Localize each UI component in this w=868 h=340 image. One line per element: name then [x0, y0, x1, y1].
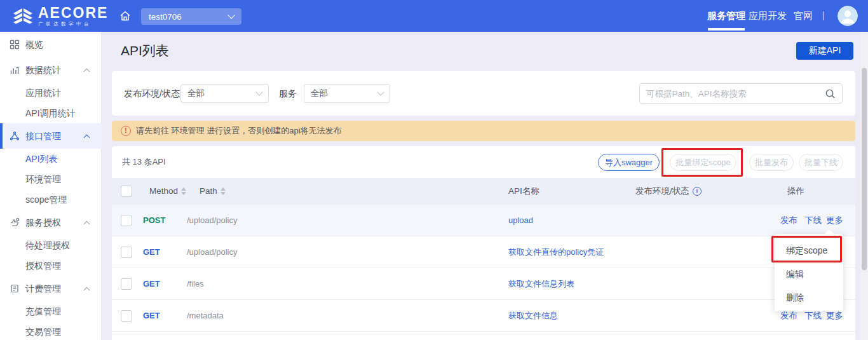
menu-item-edit[interactable]: 编辑: [775, 262, 843, 286]
filter-bar: 发布环境/状态 全部 服务 全部: [112, 71, 855, 116]
sort-icon[interactable]: [181, 187, 186, 195]
column-label: 发布环境/状态: [635, 178, 689, 205]
menu-item-delete[interactable]: 删除: [775, 286, 843, 309]
chevron-down-icon: [377, 88, 384, 95]
env-filter-select[interactable]: 全部: [180, 84, 269, 103]
column-actions: 操作: [787, 178, 804, 205]
row-checkbox[interactable]: [121, 278, 132, 290]
sidebar-item-label: API列表: [25, 149, 58, 169]
table-row: GET /files 获取文件信息列表 发布 下线 更多: [112, 268, 855, 300]
menu-item-bind-scope[interactable]: 绑定scope: [775, 239, 843, 262]
sidebar-item-overview[interactable]: 概览: [0, 32, 102, 57]
row-checkbox[interactable]: [121, 247, 132, 258]
sidebar-item-recharge-management[interactable]: 充值管理: [0, 301, 102, 322]
sidebar-item-env-management[interactable]: 环境管理: [0, 169, 102, 189]
avatar[interactable]: [837, 6, 858, 26]
sidebar-item-label: scope管理: [25, 189, 67, 210]
batch-bind-scope-button[interactable]: 批量绑定scope: [670, 154, 736, 171]
sidebar-group-service-auth[interactable]: 服务授权: [0, 210, 102, 235]
sidebar-group-billing[interactable]: 计费管理: [0, 276, 102, 301]
sidebar-group-interface-management[interactable]: 接口管理: [0, 123, 102, 149]
sidebar-item-label: 待处理授权: [25, 235, 70, 255]
aecore-logo-icon: [11, 4, 34, 27]
sidebar-item-api-list[interactable]: API列表: [0, 149, 102, 169]
sidebar-item-auth-management[interactable]: 授权管理: [0, 255, 102, 276]
sidebar-item-label: 充值管理: [25, 301, 61, 322]
search-icon[interactable]: [825, 88, 836, 99]
user-icon: [837, 6, 858, 26]
home-icon[interactable]: [119, 10, 132, 22]
api-name-link[interactable]: 获取文件直传的policy凭证: [508, 236, 604, 268]
row-checkbox[interactable]: [121, 215, 132, 226]
select-all-checkbox[interactable]: [121, 186, 132, 197]
bar-chart-icon: [10, 65, 20, 75]
row-checkbox[interactable]: [121, 310, 132, 322]
sidebar: 概览 数据统计 应用统计 API调用统计 接口管理 API列表 环: [0, 32, 102, 340]
offline-link[interactable]: 下线: [804, 205, 822, 236]
method-cell: POST: [143, 205, 165, 236]
table-header-row: Method Path API名称 发布环境/状态 ! 操作: [112, 178, 855, 205]
page-title: API列表: [121, 42, 169, 60]
sidebar-item-scope-management[interactable]: scope管理: [0, 189, 102, 210]
service-filter-label: 服务: [279, 71, 297, 116]
method-cell: GET: [143, 300, 160, 332]
document-icon: [10, 283, 20, 294]
brand-subtitle: 广联达数字中台: [38, 21, 108, 27]
nav-service-management[interactable]: 服务管理: [707, 0, 746, 32]
sidebar-item-pending-auth[interactable]: 待处理授权: [0, 235, 102, 255]
chevron-up-icon: [84, 135, 90, 141]
top-header: AECORE 广联达数字中台 test0706 服务管理 应用开发 官网 |: [0, 0, 868, 32]
api-icon: [10, 131, 20, 141]
api-name-link[interactable]: 获取文件信息列表: [508, 268, 574, 300]
workspace-value: test0706: [149, 12, 182, 22]
warning-banner: ! 请先前往 环境管理 进行设置，否则创建的api将无法发布: [112, 121, 855, 141]
scrollbar-track[interactable]: [860, 32, 868, 340]
sidebar-item-label: 授权管理: [25, 255, 61, 276]
api-name-link[interactable]: 获取文件信息: [508, 300, 558, 332]
column-api-name: API名称: [508, 178, 539, 205]
grid-icon: [10, 39, 20, 50]
sidebar-item-label: API调用统计: [25, 103, 76, 123]
nav-divider: |: [822, 0, 825, 32]
scrollbar-thumb[interactable]: [862, 68, 867, 270]
workspace-select[interactable]: test0706: [141, 8, 241, 25]
service-filter-value: 全部: [311, 88, 328, 99]
column-label: Path: [200, 178, 217, 205]
search-input[interactable]: [646, 89, 825, 99]
batch-offline-button[interactable]: 批量下线: [799, 154, 843, 171]
table-row: POST /upload/policy upload 发布 下线 更多: [112, 205, 855, 236]
batch-publish-button[interactable]: 批量发布: [749, 154, 794, 171]
path-cell: /upload/policy: [187, 236, 238, 268]
api-name-link[interactable]: upload: [508, 205, 533, 236]
search-box: [639, 83, 843, 104]
chevron-up-icon: [84, 221, 90, 228]
table-row: [112, 332, 855, 340]
service-filter-select[interactable]: 全部: [304, 84, 390, 103]
sidebar-item-label: 环境管理: [25, 169, 61, 189]
sidebar-item-api-call-stats[interactable]: API调用统计: [0, 103, 102, 123]
api-count: 共 13 条API: [122, 146, 166, 178]
chevron-up-icon: [84, 69, 90, 75]
more-actions-menu: 绑定scope 编辑 删除: [775, 234, 843, 311]
publish-link[interactable]: 发布: [780, 205, 797, 236]
brand-logo[interactable]: AECORE 广联达数字中台: [11, 4, 108, 27]
nav-app-development[interactable]: 应用开发: [749, 0, 787, 32]
path-cell: /metadata: [187, 300, 224, 332]
env-filter-label: 发布环境/状态: [124, 71, 180, 116]
nav-official-site[interactable]: 官网: [793, 0, 813, 32]
sidebar-group-data-stats[interactable]: 数据统计: [0, 57, 102, 83]
sidebar-item-app-stats[interactable]: 应用统计: [0, 83, 102, 103]
sidebar-item-label: 数据统计: [25, 57, 61, 83]
sort-icon[interactable]: [220, 187, 226, 195]
column-method: Method: [149, 178, 186, 205]
info-icon[interactable]: !: [693, 187, 702, 196]
table-row: GET /metadata 获取文件信息 发布 下线 更多: [112, 300, 855, 332]
hand-auth-icon: [10, 217, 20, 228]
alert-circle-icon: !: [121, 126, 131, 136]
chevron-down-icon: [227, 11, 234, 18]
column-path: Path: [200, 178, 226, 205]
sidebar-item-transaction-management[interactable]: 交易管理: [0, 322, 102, 340]
sidebar-item-label: 服务授权: [25, 210, 61, 235]
import-swagger-button[interactable]: 导入swagger: [598, 154, 660, 171]
create-api-button[interactable]: 新建API: [796, 42, 853, 60]
